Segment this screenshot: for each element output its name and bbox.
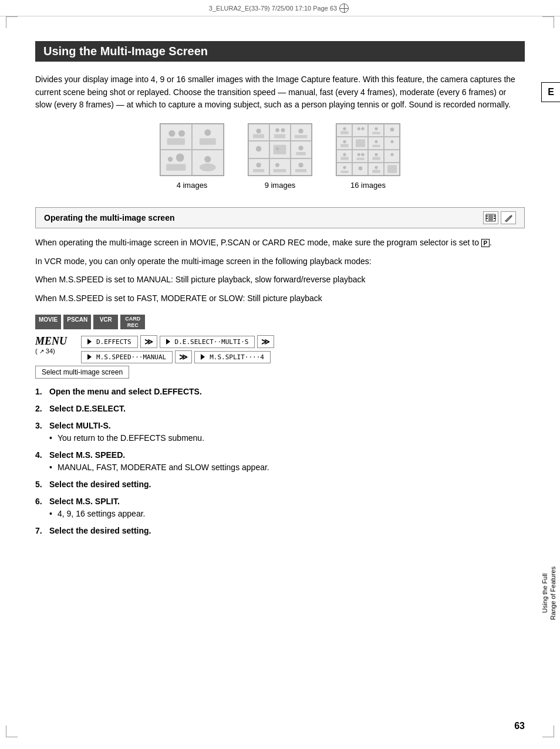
img-cell (368, 124, 384, 137)
svg-rect-53 (372, 170, 380, 173)
img-cell (336, 124, 352, 137)
img-cell (160, 124, 192, 150)
svg-point-52 (375, 166, 377, 169)
svg-rect-18 (274, 145, 286, 154)
list-item: 4. Select M.S. SPEED.MANUAL, FAST, MODER… (35, 449, 525, 474)
svg-point-41 (343, 153, 346, 156)
img-cell (192, 150, 224, 176)
menu-box-d-effects: D.EFFECTS (81, 336, 138, 348)
crosshair-icon (339, 4, 349, 13)
img-cell (248, 158, 269, 176)
section-text-2: In VCR mode, you can only operate the mu… (35, 255, 525, 268)
svg-point-26 (299, 163, 303, 168)
img-cell (368, 150, 384, 163)
image-caption-9: 9 images (265, 181, 296, 190)
svg-point-9 (200, 163, 216, 171)
svg-point-44 (361, 153, 364, 156)
content: Using the Multi-Image Screen Divides you… (35, 41, 525, 537)
img-cell (291, 124, 312, 141)
section-header-text: Operating the multi-image screen (44, 213, 175, 222)
menu-box-ms-split: M.S.SPLIT····4 (194, 351, 271, 363)
svg-rect-4 (200, 139, 216, 145)
svg-line-61 (505, 221, 505, 221)
img-cell (352, 163, 368, 176)
image-box-16 (336, 123, 400, 176)
img-cell (352, 124, 368, 137)
page: 3_ELURA2_E(33-79) 7/25/00 17:10 Page 63 … (0, 0, 560, 749)
img-cell (384, 137, 400, 150)
list-item: 1. Open the menu and select D.EFFECTS. (35, 386, 525, 398)
corner-mark-bl (6, 726, 18, 737)
svg-point-7 (176, 154, 184, 162)
svg-rect-47 (372, 157, 380, 160)
image-caption-4: 4 images (177, 181, 208, 190)
image-box-4 (160, 123, 224, 176)
img-cell (269, 124, 291, 141)
images-row: 4 images (35, 123, 525, 190)
svg-point-19 (276, 147, 279, 150)
img-cell (336, 137, 352, 150)
svg-point-0 (169, 130, 176, 137)
img-cell (336, 163, 352, 176)
svg-rect-16 (295, 135, 308, 138)
img-cell (248, 141, 269, 158)
header-text: 3_ELURA2_E(33-79) 7/25/00 17:10 Page 63 (209, 5, 337, 12)
img-cell (291, 141, 312, 158)
section-header: Operating the multi-image screen (35, 207, 525, 228)
header-strip: 3_ELURA2_E(33-79) 7/25/00 17:10 Page 63 (0, 0, 560, 16)
corner-mark-tr (542, 16, 554, 28)
svg-point-17 (256, 146, 262, 152)
list-item: 7. Select the desired setting. (35, 525, 525, 537)
card-rec-button: CARD REC (120, 315, 145, 330)
svg-rect-54 (387, 165, 397, 173)
svg-rect-1 (167, 139, 185, 145)
img-cell (269, 141, 291, 158)
svg-point-5 (168, 157, 173, 161)
svg-rect-42 (340, 157, 348, 160)
image-caption-16: 16 images (350, 181, 386, 190)
menu-box-ms-speed: M.S.SPEED···MANUAL (81, 351, 173, 363)
svg-point-13 (281, 128, 285, 132)
svg-point-30 (357, 127, 360, 130)
pscan-button: PSCAN (63, 315, 91, 330)
svg-rect-37 (356, 139, 365, 147)
svg-rect-50 (340, 171, 348, 173)
corner-mark-tl (6, 16, 18, 28)
e-tab: E (541, 82, 560, 102)
img-cell (368, 137, 384, 150)
list-item: 5. Select the desired setting. (35, 478, 525, 491)
svg-point-10 (257, 129, 261, 133)
steps-list: 1. Open the menu and select D.EFFECTS.2.… (35, 386, 525, 537)
img-cell (352, 137, 368, 150)
double-arrow-3: ≫ (175, 350, 192, 363)
svg-rect-11 (253, 134, 264, 138)
menu-sublabel: ( ↗ 34) (35, 347, 76, 355)
svg-rect-14 (274, 134, 285, 138)
img-cell (368, 163, 384, 176)
list-item: 2. Select D.E.SELECT. (35, 403, 525, 415)
svg-point-49 (343, 166, 346, 169)
pen-icon (501, 211, 516, 224)
sidebar-text: Using the Full Range of Features (541, 566, 558, 620)
img-cell (384, 150, 400, 163)
image-item-9: 9 images (248, 123, 312, 190)
menu-diagram: MENU ( ↗ 34) D.EFFECTS ≫ (35, 335, 525, 363)
image-box-9 (248, 123, 312, 176)
mode-buttons: MOVIE PSCAN VCR CARD REC (35, 315, 525, 330)
movie-button: MOVIE (35, 315, 61, 330)
vcr-button: VCR (93, 315, 118, 330)
double-arrow-1: ≫ (140, 335, 157, 348)
p-symbol: P (481, 239, 490, 247)
svg-point-34 (390, 127, 394, 131)
svg-point-46 (375, 153, 377, 156)
svg-point-31 (361, 127, 364, 130)
list-item: 3. Select MULTI-S.You return to the D.EF… (35, 420, 525, 444)
svg-point-20 (299, 146, 303, 150)
img-cell (160, 150, 192, 176)
img-cell (336, 150, 352, 163)
corner-mark-br (542, 726, 554, 737)
section-header-icons (483, 211, 516, 224)
svg-point-51 (358, 166, 362, 170)
svg-point-15 (299, 129, 303, 133)
image-item-16: 16 images (336, 123, 400, 190)
